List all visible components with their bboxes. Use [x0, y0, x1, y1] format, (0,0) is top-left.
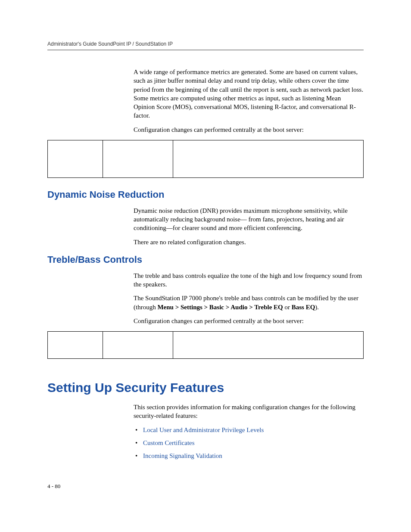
config-table-2-cell-1 [48, 332, 103, 359]
list-item: Incoming Signaling Validation [143, 451, 364, 460]
intro-block: A wide range of performance metrics are … [134, 68, 364, 134]
link-custom-certificates[interactable]: Custom Certificates [143, 439, 195, 446]
config-table-1-cell-3 [173, 140, 364, 177]
intro-paragraph-1: A wide range of performance metrics are … [134, 68, 364, 120]
running-header: Administrator's Guide SoundPoint IP / So… [47, 41, 364, 47]
intro-paragraph-2: Configuration changes can performed cent… [134, 125, 364, 134]
treble-p2-bold-2: Bass EQ [292, 304, 315, 311]
page-number: 4 - 80 [47, 483, 60, 490]
treble-heading: Treble/Bass Controls [47, 254, 364, 265]
list-item: Local User and Administrator Privilege L… [143, 426, 364, 434]
config-table-2 [47, 331, 364, 359]
list-item: Custom Certificates [143, 439, 364, 447]
config-table-2-cell-2 [103, 332, 173, 359]
treble-paragraph-3: Configuration changes can performed cent… [134, 317, 364, 325]
treble-block: The treble and bass controls equalize th… [134, 271, 364, 325]
dnr-paragraph-1: Dynamic noise reduction (DNR) provides m… [134, 206, 364, 233]
link-local-user-admin[interactable]: Local User and Administrator Privilege L… [143, 426, 264, 433]
dnr-block: Dynamic noise reduction (DNR) provides m… [134, 206, 364, 246]
config-table-1-cell-2 [103, 140, 173, 177]
config-table-2-cell-3 [173, 332, 364, 359]
treble-p2-bold-1: Menu > Settings > Basic > Audio > Treble… [157, 304, 283, 311]
header-rule [47, 50, 364, 50]
treble-paragraph-1: The treble and bass controls equalize th… [134, 271, 364, 289]
config-table-1 [47, 140, 364, 178]
treble-p2-mid: or [283, 304, 292, 311]
config-table-1-cell-1 [48, 140, 103, 177]
link-incoming-signaling[interactable]: Incoming Signaling Validation [143, 452, 222, 459]
security-link-list: Local User and Administrator Privilege L… [134, 426, 364, 460]
dnr-paragraph-2: There are no related configuration chang… [134, 238, 364, 246]
treble-p2-post: ). [315, 304, 319, 311]
security-heading: Setting Up Security Features [47, 380, 364, 395]
security-intro: This section provides information for ma… [134, 403, 364, 420]
security-block: This section provides information for ma… [134, 403, 364, 460]
dnr-heading: Dynamic Noise Reduction [47, 189, 364, 200]
treble-paragraph-2: The SoundStation IP 7000 phone's treble … [134, 294, 364, 311]
